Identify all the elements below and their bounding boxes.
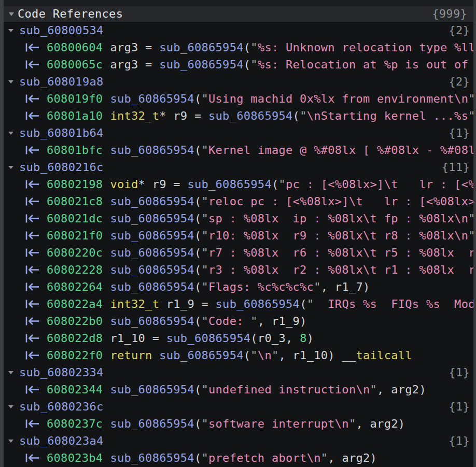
xref-arrow-icon — [24, 196, 42, 207]
function-group-row[interactable]: sub_608023a4 {1} — [0, 432, 476, 449]
code-token: sp : %08lx ip : %08lx\t fp : %08lx\n — [208, 212, 468, 225]
code-token: " — [201, 451, 208, 464]
reference-row[interactable]: 60802198 void* r9 = sub_60865954("pc : [… — [0, 176, 476, 193]
reference-row[interactable]: 608021f0 sub_60865954("r10: %08lx r9 : %… — [0, 227, 476, 244]
reference-row[interactable]: 608023b4 sub_60865954("prefetch abort\n"… — [0, 449, 476, 466]
reference-address: 608022f0 — [47, 347, 103, 364]
function-group-row[interactable]: sub_6080216c {11} — [0, 159, 476, 176]
reference-row[interactable]: 60801a10 int32_t* r9 = sub_60865954("\nS… — [0, 107, 476, 124]
xref-arrow-icon — [24, 213, 42, 224]
reference-row[interactable]: 60800604 arg3 = sub_60865954("%s: Unknow… — [0, 39, 476, 56]
chevron-down-icon[interactable] — [8, 166, 13, 169]
code-token: %s: Relocation at %p is out of ra — [258, 58, 476, 71]
xref-arrow-icon — [24, 59, 42, 70]
reference-code: sub_60865954("Kernel image @ %#08lx [ %#… — [110, 141, 476, 159]
code-token: Flags: %c%c%c%c — [208, 280, 314, 293]
code-token: return — [110, 349, 152, 362]
code-token: ( — [293, 109, 300, 122]
reference-address: 608022a4 — [47, 295, 103, 313]
reference-count-badge: {1} — [449, 124, 470, 141]
function-group-row[interactable]: sub_60800534 {2} — [0, 22, 476, 39]
code-token: ( — [194, 383, 202, 396]
code-token: sub_60865954 — [159, 41, 244, 54]
reference-code: sub_60865954("r7 : %08lx r6 : %08lx\t r5… — [110, 244, 476, 261]
code-token: " — [250, 41, 258, 54]
reference-row[interactable]: 608022d8 r1_10 = sub_60865954(r0_3, 8) — [0, 330, 476, 347]
code-token: " — [314, 280, 321, 293]
reference-code: arg3 = sub_60865954("%s: Unknown relocat… — [110, 39, 476, 56]
reference-row[interactable]: 60802264 sub_60865954("Flags: %c%c%c%c",… — [0, 278, 476, 295]
reference-address: 6080237c — [47, 415, 103, 432]
panel-header[interactable]: Code References {999} — [4, 6, 473, 22]
code-token: ( — [244, 58, 251, 71]
function-group-row[interactable]: sub_6080236c {1} — [0, 398, 476, 415]
xref-arrow-icon — [24, 145, 42, 155]
code-token: " — [201, 195, 208, 208]
function-name: sub_6080216c — [19, 159, 104, 176]
function-group-row[interactable]: sub_60801b64 {1} — [0, 124, 476, 141]
code-token: int32_t — [110, 298, 159, 310]
code-token: Code: — [208, 315, 250, 328]
chevron-down-icon[interactable] — [8, 29, 13, 32]
reference-code: arg3 = sub_60865954("%s: Relocation at %… — [110, 56, 476, 73]
chevron-down-icon[interactable] — [8, 80, 13, 83]
code-token: \n — [258, 349, 272, 362]
code-token: " — [250, 58, 258, 71]
code-token: sub_60865954 — [216, 298, 300, 310]
xref-arrow-icon — [24, 418, 42, 429]
code-token: ( — [272, 178, 279, 191]
chevron-down-icon[interactable] — [9, 12, 14, 16]
reference-count-badge: {1} — [449, 364, 470, 381]
reference-row[interactable]: 608021c8 sub_60865954("reloc pc : [<%08l… — [0, 193, 476, 210]
reference-code: int32_t* r9 = sub_60865954("\nStarting k… — [110, 107, 475, 124]
code-token: sub_60865954 — [110, 212, 194, 225]
reference-row[interactable]: 608019f0 sub_60865954("Using machid 0x%l… — [0, 90, 476, 107]
chevron-down-icon[interactable] — [8, 132, 13, 135]
chevron-down-icon[interactable] — [8, 405, 13, 408]
xref-arrow-icon — [24, 42, 42, 53]
reference-row[interactable]: 60802228 sub_60865954("r3 : %08lx r2 : %… — [0, 261, 476, 278]
chevron-down-icon[interactable] — [8, 440, 13, 443]
code-token: sub_60865954 — [110, 383, 194, 396]
code-token: " — [201, 383, 208, 396]
code-token: sub_60865954 — [110, 195, 194, 208]
reference-address: 60802264 — [47, 278, 103, 295]
reference-row[interactable]: 6080237c sub_60865954("software interrup… — [0, 415, 476, 432]
code-token: (r0_3, — [250, 332, 300, 345]
xref-arrow-icon — [24, 110, 42, 121]
reference-address: 608021f0 — [47, 227, 103, 244]
code-token: sub_60865954 — [208, 109, 293, 122]
xref-arrow-icon — [24, 350, 42, 361]
code-token: sub_60865954 — [166, 332, 251, 345]
reference-row[interactable]: 608022f0 return sub_60865954("\n", r1_10… — [0, 347, 476, 364]
code-token: r10: %08lx r9 : %08lx\t r8 : %08lx\n — [208, 229, 468, 242]
chevron-down-icon[interactable] — [8, 371, 13, 374]
panel-title: Code References — [18, 6, 123, 22]
reference-row[interactable]: 60802344 sub_60865954("undefined instruc… — [0, 381, 476, 398]
reference-row[interactable]: 60801bfc sub_60865954("Kernel image @ %#… — [0, 141, 476, 159]
reference-code: sub_60865954("Code: ", r1_9) — [110, 313, 306, 330]
code-token: reloc pc : [<%08lx>]\t lr : [<%08lx>] — [208, 195, 476, 208]
code-token: ( — [194, 229, 202, 242]
xref-arrow-icon — [24, 452, 42, 463]
reference-row[interactable]: 608022b0 sub_60865954("Code: ", r1_9) — [0, 313, 476, 330]
code-token: ( — [194, 246, 202, 259]
function-group-row[interactable]: sub_608019a8 {2} — [0, 73, 476, 90]
panel-right-border — [473, 0, 476, 467]
code-token: sub_60865954 — [187, 178, 272, 191]
reference-row[interactable]: 608021dc sub_60865954("sp : %08lx ip : %… — [0, 210, 476, 227]
reference-code: sub_60865954("r10: %08lx r9 : %08lx\t r8… — [110, 227, 475, 244]
code-token: __tailcall — [342, 349, 412, 362]
code-token: ( — [194, 212, 202, 225]
code-token: sub_60865954 — [110, 246, 194, 259]
code-token: * r9 = — [138, 178, 188, 191]
reference-row[interactable]: 608022a4 int32_t r1_9 = sub_60865954(" I… — [0, 295, 476, 313]
reference-address: 60802344 — [47, 381, 103, 398]
code-token: ( — [244, 41, 251, 54]
code-token: sub_60865954 — [110, 451, 194, 464]
reference-count-badge: {11} — [442, 159, 470, 176]
function-group-row[interactable]: sub_60802334 {1} — [0, 364, 476, 381]
reference-address: 608019f0 — [47, 90, 103, 107]
reference-row[interactable]: 6080065c arg3 = sub_60865954("%s: Reloca… — [0, 56, 476, 73]
reference-row[interactable]: 6080220c sub_60865954("r7 : %08lx r6 : %… — [0, 244, 476, 261]
